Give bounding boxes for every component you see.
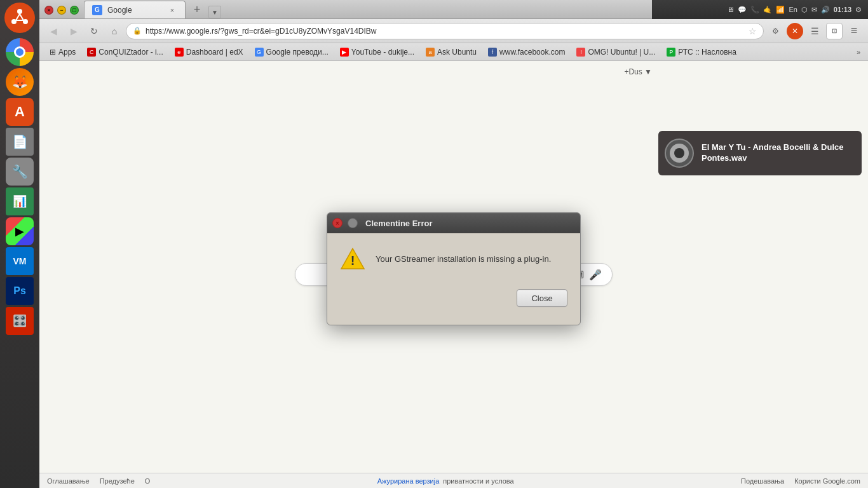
firefox-launcher-icon[interactable]: 🦊 (6, 68, 34, 96)
chrome-launcher-icon[interactable] (6, 38, 34, 66)
bookmark-facebook[interactable]: f www.facebook.com (483, 46, 570, 58)
error-dialog: × Clementine Error ! Your GStreamer inst… (327, 212, 581, 325)
reload-btn[interactable]: ↻ (85, 22, 103, 40)
svg-text:!: ! (351, 254, 355, 268)
bluetooth-icon[interactable]: ⬡ (801, 6, 808, 14)
clock[interactable]: 01:13 (834, 6, 851, 13)
dialog-minimize-btn[interactable] (348, 218, 358, 228)
bookmark-translate[interactable]: G Google преводи... (250, 46, 334, 58)
bookmark-apps-label: Apps (58, 48, 76, 57)
ubuntu-logo-icon[interactable] (4, 3, 35, 33)
file-manager-icon[interactable]: 📄 (6, 128, 34, 156)
nav-bar: ◀ ▶ ↻ ⌂ 🔒 https://www.google.rs/?gws_rd=… (39, 19, 868, 43)
tab-favicon: G (92, 5, 102, 15)
bookmark-apps[interactable]: ⊞ Apps (44, 46, 81, 58)
dialog-overlay: × Clementine Error ! Your GStreamer inst… (39, 61, 868, 488)
ssl-lock-icon: 🔒 (133, 27, 142, 35)
chrome-stop-btn[interactable]: ✕ (787, 23, 803, 39)
close-window-btn[interactable]: × (44, 6, 53, 15)
dialog-close-title-btn[interactable]: × (332, 218, 342, 228)
maximize-window-btn[interactable]: □ (70, 6, 79, 15)
url-display: https://www.google.rs/?gws_rd=cr&ei=gD1c… (146, 27, 745, 36)
bookmark-youtube[interactable]: ▶ YouTube - dukije... (335, 46, 419, 58)
bookmark-facebook-label: www.facebook.com (499, 48, 565, 57)
screen-icon[interactable]: 🖥 (727, 6, 734, 13)
settings-launcher-icon[interactable]: 🔧 (6, 158, 34, 186)
warning-icon: ! (340, 246, 365, 271)
bookmarks-more-btn[interactable]: » (854, 47, 863, 57)
window-controls: × − □ (44, 6, 79, 15)
back-btn[interactable]: ◀ (44, 22, 62, 40)
chrome-window: × − □ G Google × + ▼ ◀ ▶ ↻ ⌂ 🔒 https://w… (39, 0, 868, 488)
dialog-title: Clementine Error (365, 219, 432, 228)
system-tray: 🖥 💬 📞 🤙 📶 En ⬡ ✉ 🔊 01:13 ⚙ (652, 0, 868, 19)
software-center-icon[interactable]: A (6, 98, 34, 126)
dialog-body: ! Your GStreamer installation is missing… (327, 233, 580, 325)
dialog-title-bar: × Clementine Error (327, 213, 580, 233)
mail-icon[interactable]: ✉ (811, 6, 817, 14)
bookmark-conquiztador[interactable]: C ConQUIZtador - i... (82, 46, 168, 58)
page-actions-btn[interactable]: ☰ (806, 22, 824, 40)
home-btn[interactable]: ⌂ (105, 22, 123, 40)
photo-editor-icon[interactable]: Ps (6, 277, 34, 305)
tab-title: Google (107, 6, 132, 15)
bookmark-star-icon[interactable]: ☆ (749, 26, 757, 36)
bookmark-askubuntu-label: Ask Ubuntu (437, 48, 477, 57)
bookmark-translate-label: Google преводи... (266, 48, 329, 57)
bookmark-rts[interactable]: Р РТС :: Насловна (661, 46, 742, 58)
active-tab[interactable]: G Google × (84, 1, 186, 18)
forward-btn[interactable]: ▶ (65, 22, 83, 40)
tab-close-btn[interactable]: × (167, 5, 177, 15)
chrome-menu-btn[interactable]: ≡ (845, 22, 863, 40)
sidebar: 🦊 A 📄 🔧 📊 ▶ VM Ps 🎛️ (0, 0, 39, 488)
audio-mixer-icon[interactable]: 🎛️ (6, 307, 34, 335)
extension-btn[interactable]: ⊡ (826, 23, 843, 39)
bookmark-askubuntu[interactable]: a Ask Ubuntu (421, 46, 482, 58)
phone2-icon[interactable]: 🤙 (763, 6, 772, 14)
content-area: +Dus ▼ ⌨ 🎤 El Mar Y Tu - Andrea Bocelli … (39, 61, 868, 488)
keyboard-lang-icon[interactable]: En (789, 6, 797, 13)
bookmark-omgubuntu-label: OMG! Ubuntu! | U... (588, 48, 655, 57)
playonlinux-icon[interactable]: ▶ (6, 217, 34, 245)
bookmark-omgubuntu[interactable]: ! OMG! Ubuntu! | U... (571, 46, 660, 58)
bookmark-edx-label: Dashboard | edX (186, 48, 243, 57)
bookmark-conquiztador-label: ConQUIZtador - i... (98, 48, 163, 57)
bookmark-bar-btn[interactable]: ⚙ (766, 22, 784, 40)
wifi-icon[interactable]: 📶 (776, 6, 785, 14)
bookmarks-bar: ⊞ Apps C ConQUIZtador - i... e Dashboard… (39, 43, 868, 61)
phone-icon[interactable]: 📞 (750, 6, 759, 14)
volume-icon[interactable]: 🔊 (821, 6, 830, 14)
dialog-message: ! Your GStreamer installation is missing… (340, 246, 567, 271)
power-icon[interactable]: ⚙ (855, 6, 862, 14)
dialog-message-text: Your GStreamer installation is missing a… (376, 254, 551, 264)
minimize-window-btn[interactable]: − (57, 6, 66, 15)
dialog-buttons: Close (340, 284, 567, 312)
system-monitor-icon[interactable]: 📊 (6, 187, 34, 215)
new-tab-btn[interactable]: + (188, 1, 206, 18)
virtualbox-icon[interactable]: VM (6, 247, 34, 275)
messaging-icon[interactable]: 💬 (738, 6, 747, 14)
bookmark-rts-label: РТС :: Насловна (678, 48, 736, 57)
dialog-close-button[interactable]: Close (517, 289, 567, 307)
tab-list-btn[interactable]: ▼ (208, 6, 221, 18)
bookmark-youtube-label: YouTube - dukije... (351, 48, 414, 57)
bookmark-edx[interactable]: e Dashboard | edX (170, 46, 248, 58)
address-bar[interactable]: 🔒 https://www.google.rs/?gws_rd=cr&ei=gD… (126, 23, 764, 39)
